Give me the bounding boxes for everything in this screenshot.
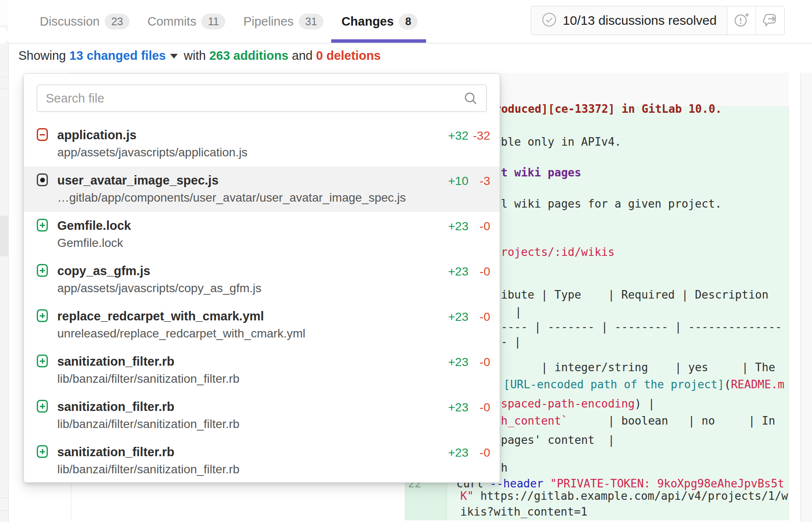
deletions-count: -0 — [472, 401, 490, 414]
file-row[interactable]: replace_redcarpet_with_cmark.ymlunreleas… — [24, 302, 500, 348]
additions-count: +23 — [441, 401, 468, 414]
file-deleted-icon — [37, 128, 48, 141]
code-segment: spaced-path-encoding — [501, 397, 635, 410]
code-segment: rojects/:id/wikis — [501, 246, 615, 258]
check-circle-icon — [541, 12, 557, 29]
file-name: sanitization_filter.rb — [57, 400, 174, 414]
tab-label: Commits — [147, 15, 196, 29]
file-name: application.js — [57, 128, 136, 142]
summary-additions: 263 additions — [209, 49, 288, 62]
file-path: lib/banzai/filter/sanitization_filter.rb — [57, 463, 239, 476]
tab-commits[interactable]: Commits11 — [147, 0, 225, 43]
file-name: Gemfile.lock — [57, 219, 131, 233]
diff-code-line: rojects/:id/wikis — [501, 245, 615, 259]
code-segment: h_content` — [501, 414, 568, 427]
deletions-count: -0 — [472, 310, 490, 324]
rail-selected-item — [0, 216, 8, 256]
diff-code-line: roduced][ce-13372] in GitLab 10.0. — [494, 102, 722, 116]
summary-showing: Showing — [18, 49, 66, 62]
resolve-in-new-issue-button[interactable] — [727, 6, 756, 35]
file-path: app/assets/javascripts/application.js — [57, 146, 247, 159]
jump-to-next-discussion-button[interactable] — [756, 6, 784, 35]
tab-discussion[interactable]: Discussion23 — [40, 0, 129, 43]
code-segment: ble only in APIv4. — [501, 135, 621, 148]
code-segment: ---- | ------- | -------- | ------------… — [501, 320, 782, 333]
deletions-count: -0 — [472, 220, 490, 233]
file-added-icon — [37, 445, 48, 458]
deletions-count: -32 — [472, 129, 490, 143]
diff-code-line: spaced-path-encoding) | — [501, 397, 655, 411]
left-rail — [0, 0, 9, 522]
code-segment: | integer/string | yes | The — [501, 361, 775, 374]
file-row[interactable]: sanitization_filter.rblib/banzai/filter/… — [24, 393, 500, 438]
diff-code-line: h — [501, 461, 508, 475]
diff-code-line: K" https://gitlab.example.com/api/v4/pro… — [460, 489, 788, 503]
file-row[interactable]: copy_as_gfm.jsapp/assets/javascripts/cop… — [24, 257, 500, 302]
additions-count: +23 — [441, 220, 468, 233]
file-row[interactable]: Gemfile.lockGemfile.lock+23-0 — [24, 212, 500, 257]
code-segment: "PRIVATE-TOKEN: 9koXpg98eAheJpvBs5t — [550, 477, 784, 490]
code-segment: ikis?with_content=1 — [460, 505, 587, 518]
tab-changes[interactable]: Changes8 — [341, 0, 418, 43]
tab-pipelines[interactable]: Pipelines31 — [243, 0, 324, 43]
jump-to-next-discussion-icon — [762, 11, 779, 30]
diff-code-line: | — [515, 305, 522, 319]
deletions-count: -0 — [472, 446, 490, 460]
deletions-count: -3 — [472, 174, 490, 188]
diff-code-line: ibute | Type | Required | Description — [501, 288, 768, 302]
additions-count: +23 — [441, 310, 468, 324]
diff-code-line: ---- | ------- | -------- | ------------… — [501, 320, 782, 334]
code-segment: roduced][ce-13372] in GitLab 10.0. — [494, 103, 722, 115]
changed-files-dropdown: application.jsapp/assets/javascripts/app… — [24, 73, 500, 483]
discussions-actions-group: 10/13 discussions resolved — [531, 6, 785, 35]
page-scroll-gutter[interactable] — [800, 73, 812, 522]
diff-code-line: ikis?with_content=1 — [460, 505, 587, 519]
discussions-resolved-button[interactable]: 10/13 discussions resolved — [531, 6, 727, 35]
file-path: Gemfile.lock — [57, 236, 123, 250]
summary-deletions: 0 deletions — [316, 49, 381, 62]
summary-and: and — [292, 49, 312, 62]
code-segment: t wiki pages — [501, 166, 581, 179]
file-name: sanitization_filter.rb — [57, 355, 174, 369]
diff-code-line: - | — [501, 335, 521, 349]
changes-summary: Showing 13 changed files with 263 additi… — [18, 49, 381, 63]
file-name: copy_as_gfm.js — [57, 264, 150, 278]
tab-label: Pipelines — [243, 15, 294, 29]
resolve-in-new-issue-icon — [733, 11, 750, 30]
additions-count: +23 — [441, 265, 468, 279]
file-added-icon — [37, 355, 48, 367]
code-segment: https://gitlab.example.com/api/v4/projec… — [474, 490, 788, 502]
deletions-count: -0 — [472, 265, 490, 279]
discussions-resolved-count: 10/13 discussions resolved — [563, 13, 717, 28]
diff-code-line: l wiki pages for a given project. — [501, 197, 722, 211]
diff-code-line: ble only in APIv4. — [501, 135, 621, 149]
search-file-input[interactable] — [37, 85, 487, 112]
merge-request-changes-page: 22 roduced][ce-13372] in GitLab 10.0.ble… — [0, 0, 812, 522]
summary-with: with — [184, 49, 206, 62]
file-row[interactable]: user_avatar_image_spec.js…gitlab/app/com… — [24, 167, 500, 212]
file-path: app/assets/javascripts/copy_as_gfm.js — [57, 282, 262, 295]
chevron-down-icon[interactable] — [170, 54, 178, 59]
file-added-icon — [37, 309, 48, 322]
file-row[interactable]: sanitization_filter.rblib/banzai/filter/… — [24, 438, 500, 483]
code-segment: h — [501, 461, 508, 474]
diff-code-line: curl --header "PRIVATE-TOKEN: 9koXpg98eA… — [456, 477, 784, 490]
changed-files-dropdown-toggle[interactable]: 13 changed files — [69, 49, 166, 62]
file-name: user_avatar_image_spec.js — [57, 173, 218, 188]
tab-count-badge: 11 — [201, 14, 225, 29]
tab-count-badge: 31 — [299, 14, 324, 29]
code-segment: K" — [460, 490, 474, 502]
file-path: unreleased/replace_redcarpet_with_cmark.… — [57, 327, 306, 340]
file-path: …gitlab/app/components/user_avatar/user_… — [57, 191, 406, 205]
file-modified-icon — [37, 173, 48, 186]
file-name: replace_redcarpet_with_cmark.yml — [57, 309, 264, 323]
code-segment: l wiki pages for a given project. — [501, 197, 722, 210]
file-row[interactable]: sanitization_filter.rblib/banzai/filter/… — [24, 348, 500, 393]
merge-request-tabbar: Discussion23Commits11Pipelines31Changes8… — [8, 0, 812, 44]
code-segment: [URL-encoded path of the project] — [503, 378, 724, 391]
file-row[interactable]: application.jsapp/assets/javascripts/app… — [24, 121, 500, 167]
file-added-icon — [37, 400, 48, 413]
diff-code-line: [URL-encoded path of the project](README… — [503, 378, 784, 391]
code-segment: README.m — [731, 378, 784, 391]
diff-code-line: pages' content | — [501, 433, 615, 447]
